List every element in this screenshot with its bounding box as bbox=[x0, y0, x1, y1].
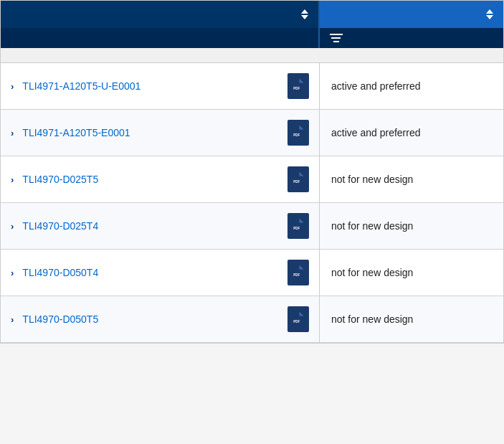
product-cell: ›TLI4970-D025T4 PDF bbox=[1, 203, 320, 249]
status-cell: active and preferred bbox=[320, 63, 503, 109]
pdf-icon[interactable]: PDF bbox=[287, 213, 309, 239]
table-row: ›TLI4970-D025T5 PDF not for new design bbox=[1, 156, 503, 203]
pdf-icon[interactable]: PDF bbox=[287, 166, 309, 192]
product-link[interactable]: TLI4971-A120T5-U-E0001 bbox=[22, 80, 280, 92]
category-label bbox=[1, 48, 21, 62]
product-link[interactable]: TLI4970-D050T5 bbox=[22, 313, 280, 325]
row-expand-chevron[interactable]: › bbox=[11, 174, 14, 185]
status-cell: active and preferred bbox=[320, 110, 503, 156]
pdf-icon[interactable]: PDF bbox=[287, 73, 309, 99]
status-filter-cell[interactable] bbox=[320, 28, 503, 48]
svg-text:PDF: PDF bbox=[293, 273, 300, 277]
table-body: ›TLI4971-A120T5-U-E0001 PDF active and p… bbox=[1, 63, 503, 343]
filter-icon bbox=[330, 34, 343, 42]
product-column-header[interactable] bbox=[1, 1, 320, 28]
row-expand-chevron[interactable]: › bbox=[11, 268, 14, 278]
table-row: ›TLI4970-D050T5 PDF not for new design bbox=[1, 296, 503, 343]
status-sort-icon[interactable] bbox=[486, 9, 493, 19]
svg-text:PDF: PDF bbox=[293, 227, 300, 230]
svg-text:PDF: PDF bbox=[293, 320, 300, 323]
product-cell: ›TLI4970-D025T5 PDF bbox=[1, 156, 320, 202]
status-cell: not for new design bbox=[320, 250, 503, 296]
table-row: ›TLI4970-D025T4 PDF not for new design bbox=[1, 203, 503, 250]
product-link[interactable]: TLI4970-D025T4 bbox=[22, 220, 280, 232]
product-cell: ›TLI4970-D050T4 PDF bbox=[1, 250, 320, 296]
pdf-icon[interactable]: PDF bbox=[287, 260, 309, 285]
table-header bbox=[1, 1, 503, 28]
row-expand-chevron[interactable]: › bbox=[11, 314, 14, 325]
product-cell: ›TLI4971-A120T5-U-E0001 PDF bbox=[1, 63, 320, 109]
row-expand-chevron[interactable]: › bbox=[11, 81, 14, 92]
svg-text:PDF: PDF bbox=[293, 87, 300, 90]
svg-text:PDF: PDF bbox=[293, 180, 300, 184]
product-cell: ›TLI4970-D050T5 PDF bbox=[1, 296, 320, 342]
table-row: ›TLI4971-A120T5-E0001 PDF active and pre… bbox=[1, 110, 503, 156]
product-link[interactable]: TLI4970-D050T4 bbox=[22, 267, 280, 278]
product-sort-icon[interactable] bbox=[301, 9, 308, 19]
product-link[interactable]: TLI4971-A120T5-E0001 bbox=[22, 127, 280, 138]
status-cell: not for new design bbox=[320, 203, 503, 249]
category-row bbox=[1, 48, 503, 63]
row-expand-chevron[interactable]: › bbox=[11, 221, 14, 232]
pdf-icon[interactable]: PDF bbox=[287, 120, 309, 146]
svg-text:PDF: PDF bbox=[293, 133, 300, 137]
product-cell: ›TLI4971-A120T5-E0001 PDF bbox=[1, 110, 320, 156]
row-expand-chevron[interactable]: › bbox=[11, 128, 14, 138]
status-column-header[interactable] bbox=[320, 1, 503, 28]
status-cell: not for new design bbox=[320, 296, 503, 342]
product-link[interactable]: TLI4970-D025T5 bbox=[22, 174, 280, 185]
status-cell: not for new design bbox=[320, 156, 503, 202]
pdf-icon[interactable]: PDF bbox=[287, 306, 309, 332]
table-row: ›TLI4970-D050T4 PDF not for new design bbox=[1, 250, 503, 296]
product-table: ›TLI4971-A120T5-U-E0001 PDF active and p… bbox=[0, 0, 504, 344]
table-row: ›TLI4971-A120T5-U-E0001 PDF active and p… bbox=[1, 63, 503, 110]
product-filter-empty bbox=[1, 28, 320, 48]
filter-row bbox=[1, 28, 503, 48]
